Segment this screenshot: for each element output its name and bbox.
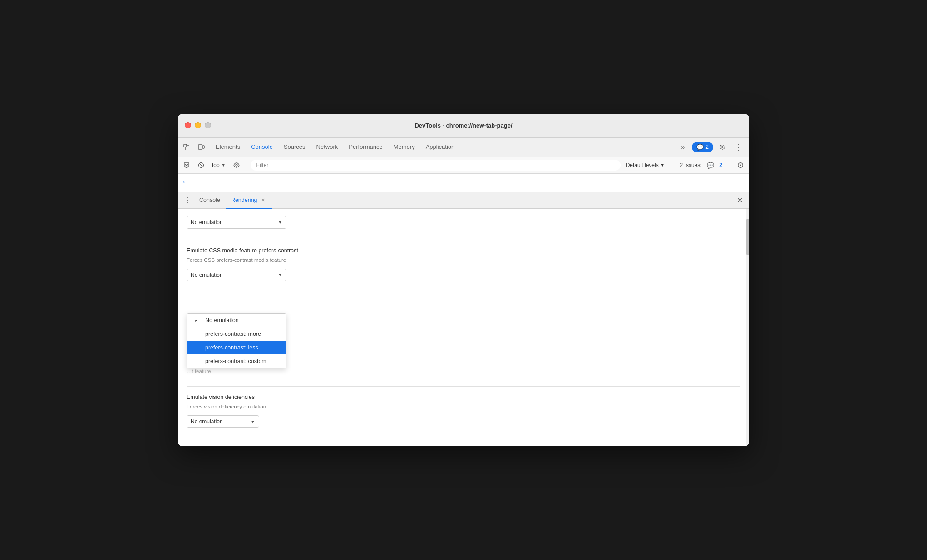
- svg-line-9: [199, 163, 203, 167]
- prefers-contrast-section: Emulate CSS media feature prefers-contra…: [187, 247, 740, 281]
- dropdown-option-less[interactable]: prefers-contrast: less: [187, 341, 286, 354]
- eye-button[interactable]: [230, 159, 243, 172]
- traffic-lights: [185, 122, 211, 128]
- issues-number: 2: [719, 162, 722, 168]
- block-errors-button[interactable]: [195, 159, 207, 172]
- section-divider-1: [187, 240, 740, 240]
- context-arrow: ▼: [222, 163, 226, 167]
- vision-label: Emulate vision deficiencies: [187, 394, 740, 400]
- prefers-contrast-desc: Forces CSS prefers-contrast media featur…: [187, 256, 740, 264]
- tab-memory[interactable]: Memory: [388, 138, 420, 157]
- first-emulation-dropdown[interactable]: No emulation ▼: [187, 216, 286, 229]
- panel-more-button[interactable]: ⋮: [181, 194, 194, 206]
- context-label: top: [212, 162, 220, 168]
- rendering-panel: No emulation ▼ Emulate CSS media feature…: [178, 209, 749, 447]
- console-output: ›: [178, 174, 749, 192]
- dropdown-option-more[interactable]: prefers-contrast: more: [187, 327, 286, 341]
- console-toolbar: top ▼ Default levels ▼ 2 Issues: 💬 2: [178, 157, 749, 174]
- settings-button[interactable]: [715, 140, 730, 154]
- issues-count-button[interactable]: 2 Issues: 💬 2: [676, 161, 726, 170]
- svg-point-10: [236, 164, 237, 166]
- svg-point-11: [740, 165, 741, 166]
- main-toolbar: Elements Console Sources Network Perform…: [178, 138, 749, 157]
- panel-tab-console[interactable]: Console: [194, 192, 226, 209]
- divider2: [672, 161, 672, 170]
- console-prompt[interactable]: ›: [183, 178, 185, 185]
- check-icon: ✓: [194, 317, 202, 324]
- filter-input[interactable]: [251, 160, 621, 171]
- divider3: [730, 161, 730, 170]
- svg-rect-0: [184, 144, 187, 147]
- default-levels-button[interactable]: Default levels ▼: [622, 161, 668, 169]
- contrast-dropdown-arrow: ▼: [278, 272, 282, 277]
- toolbar-right: » 💬 2 ⋮: [676, 140, 746, 154]
- vision-dropdown[interactable]: No emulation ▼: [187, 415, 259, 428]
- fullscreen-button[interactable]: [205, 122, 211, 128]
- clear-console-button[interactable]: [180, 159, 193, 172]
- close-button[interactable]: [185, 122, 191, 128]
- scrollbar-thumb[interactable]: [746, 219, 749, 255]
- svg-rect-4: [202, 146, 204, 148]
- bottom-panel: ⋮ Console Rendering ✕ ✕ No emulation ▼: [178, 192, 749, 447]
- panel-close-button[interactable]: ✕: [733, 194, 746, 206]
- inspect-element-button[interactable]: [179, 140, 194, 154]
- section-divider-2: [187, 386, 740, 387]
- issues-count-text: 2 Issues:: [680, 162, 702, 168]
- console-settings-button[interactable]: [734, 159, 747, 172]
- tab-bar: Elements Console Sources Network Perform…: [210, 138, 676, 157]
- prefers-contrast-dropdown[interactable]: No emulation ▼: [187, 269, 286, 281]
- issues-button[interactable]: 💬 2: [692, 142, 713, 152]
- more-options-button[interactable]: ⋮: [731, 140, 746, 154]
- svg-rect-3: [198, 145, 202, 149]
- device-mode-button[interactable]: [194, 140, 208, 154]
- issues-chat-icon: 💬: [707, 162, 714, 169]
- tab-elements[interactable]: Elements: [210, 138, 246, 157]
- first-emulation-section: No emulation ▼: [187, 216, 740, 229]
- titlebar: DevTools - chrome://new-tab-page/: [178, 114, 749, 138]
- tab-performance[interactable]: Performance: [343, 138, 388, 157]
- contrast-dropdown-menu: ✓ No emulation prefers-contrast: more pr…: [187, 313, 286, 368]
- devtools-window: DevTools - chrome://new-tab-page/ Elemen…: [178, 114, 749, 447]
- issues-label: 2: [705, 144, 709, 150]
- levels-arrow: ▼: [661, 163, 665, 167]
- prefers-contrast-label: Emulate CSS media feature prefers-contra…: [187, 247, 740, 254]
- scrollbar-track[interactable]: [746, 209, 749, 447]
- tab-network[interactable]: Network: [311, 138, 344, 157]
- tab-sources[interactable]: Sources: [278, 138, 311, 157]
- tab-application[interactable]: Application: [420, 138, 460, 157]
- context-selector[interactable]: top ▼: [209, 161, 228, 169]
- gamut-desc: …t feature: [187, 368, 740, 375]
- panel-tab-rendering[interactable]: Rendering ✕: [226, 192, 272, 209]
- panel-tabs: ⋮ Console Rendering ✕ ✕: [178, 192, 749, 209]
- minimize-button[interactable]: [195, 122, 201, 128]
- dropdown-option-custom[interactable]: prefers-contrast: custom: [187, 354, 286, 368]
- vision-desc: Forces vision deficiency emulation: [187, 403, 740, 411]
- divider: [247, 161, 247, 170]
- window-title: DevTools - chrome://new-tab-page/: [414, 122, 512, 129]
- vision-section: Emulate vision deficiencies Forces visio…: [187, 394, 740, 428]
- vision-dropdown-arrow: ▼: [251, 419, 255, 424]
- more-tabs-button[interactable]: »: [676, 140, 690, 154]
- dropdown-option-no-emulation[interactable]: ✓ No emulation: [187, 314, 286, 327]
- first-dropdown-arrow: ▼: [278, 220, 282, 225]
- issues-icon: 💬: [696, 144, 704, 151]
- tab-console[interactable]: Console: [246, 138, 278, 157]
- tab-close-rendering[interactable]: ✕: [260, 197, 266, 203]
